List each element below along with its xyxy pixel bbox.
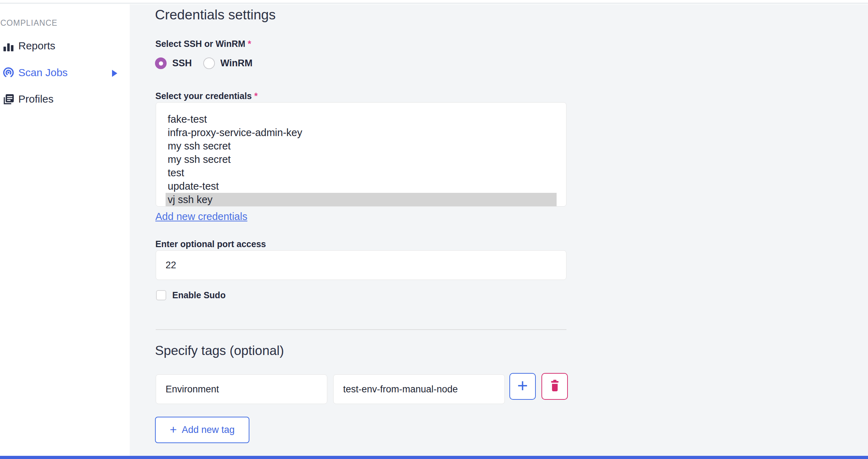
page-title: Credentials settings <box>155 7 276 23</box>
protocol-radio-group: SSH WinRM <box>155 57 253 69</box>
tags-section-title: Specify tags (optional) <box>155 343 284 358</box>
enable-sudo-checkbox-row[interactable]: Enable Sudo <box>156 290 225 300</box>
radio-ssh[interactable]: SSH <box>155 57 192 69</box>
app-screen: COMPLIANCE Reports Scan Jobs <box>0 0 868 459</box>
add-tag-row-button[interactable]: + <box>509 373 536 400</box>
plus-icon: + <box>170 423 177 436</box>
port-input[interactable]: 22 <box>156 250 566 280</box>
credentials-option[interactable]: my ssh secret <box>166 153 557 166</box>
tag-value-value: test-env-from-manual-node <box>343 384 458 395</box>
bar-chart-icon <box>2 39 15 52</box>
port-input-value: 22 <box>166 260 176 271</box>
sidebar-item-label: Profiles <box>18 93 54 105</box>
required-asterisk: * <box>248 39 251 49</box>
tag-key-input[interactable]: Environment <box>156 374 327 404</box>
credentials-option[interactable]: update-test <box>166 179 557 193</box>
main-content: Credentials settings Select SSH or WinRM… <box>131 4 868 456</box>
credentials-option[interactable]: fake-test <box>166 112 557 126</box>
radio-unselected-icon <box>203 57 215 69</box>
add-new-tag-label: Add new tag <box>182 424 235 435</box>
documents-icon <box>2 93 15 105</box>
sidebar-item-scan-jobs[interactable]: Scan Jobs <box>2 65 128 80</box>
bottom-progress-bar <box>0 456 868 459</box>
sidebar-item-reports[interactable]: Reports <box>2 38 128 54</box>
tag-value-input[interactable]: test-env-from-manual-node <box>333 374 505 404</box>
radio-winrm[interactable]: WinRM <box>203 57 253 69</box>
add-new-credentials-link[interactable]: Add new credentials <box>155 211 247 222</box>
sidebar-item-label: Reports <box>18 40 55 52</box>
top-header-strip <box>0 0 868 4</box>
sidebar-item-profiles[interactable]: Profiles <box>2 91 128 107</box>
radio-selected-icon <box>155 57 167 69</box>
protocol-field-label: Select SSH or WinRM * <box>155 39 251 49</box>
credentials-field-label: Select your credentials * <box>155 91 258 101</box>
sidebar: COMPLIANCE Reports Scan Jobs <box>0 4 130 456</box>
tag-key-value: Environment <box>166 384 219 395</box>
credentials-option[interactable]: infra-proxy-service-admin-key <box>166 126 557 139</box>
required-asterisk: * <box>254 91 258 101</box>
radio-ssh-label: SSH <box>172 58 192 69</box>
sidebar-section-label: COMPLIANCE <box>0 18 57 28</box>
credentials-option-selected[interactable]: vj ssh key <box>166 193 557 206</box>
credentials-option[interactable]: test <box>166 166 557 179</box>
enable-sudo-label: Enable Sudo <box>172 290 225 300</box>
add-new-tag-button[interactable]: + Add new tag <box>155 417 249 443</box>
delete-tag-row-button[interactable] <box>541 373 568 400</box>
port-field-label: Enter optional port access <box>155 239 266 249</box>
trash-icon <box>549 379 560 393</box>
credentials-option[interactable]: my ssh secret <box>166 139 557 153</box>
scan-target-icon <box>2 66 15 79</box>
plus-icon: + <box>517 377 528 395</box>
checkbox-unchecked-icon[interactable] <box>156 290 166 300</box>
credentials-listbox[interactable]: fake-test infra-proxy-service-admin-key … <box>156 102 566 207</box>
radio-winrm-label: WinRM <box>221 58 253 69</box>
sidebar-item-label: Scan Jobs <box>18 67 68 79</box>
section-divider <box>156 329 566 330</box>
submenu-arrow-icon <box>112 70 117 77</box>
